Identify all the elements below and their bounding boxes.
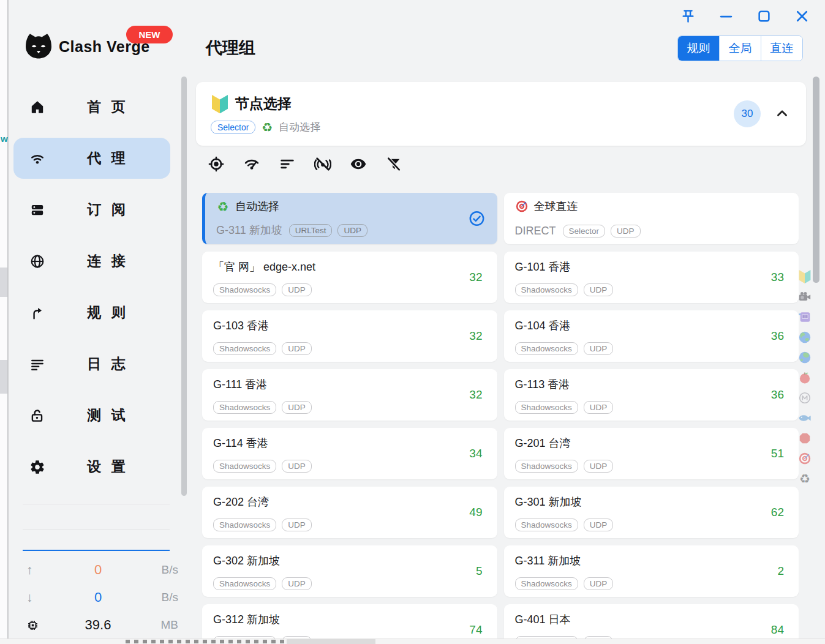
proxy-card[interactable]: G-104 香港ShadowsocksUDP36 <box>504 310 799 362</box>
logs-icon <box>29 356 45 372</box>
group-name: 节点选择 <box>235 94 292 113</box>
sidebar-item-label: 代 理 <box>45 149 170 168</box>
sidebar-item-profiles[interactable]: 订 阅 <box>13 189 170 230</box>
proxy-type-badge: Selector <box>563 225 606 238</box>
proxy-name: G-114 香港 <box>213 436 268 451</box>
sidebar-item-rules[interactable]: 规 则 <box>13 292 170 333</box>
proxy-type-badge: UDP <box>282 342 312 355</box>
visibility-button[interactable] <box>350 155 367 173</box>
window-controls <box>679 7 811 25</box>
mode-tab-rule[interactable]: 规则 <box>678 36 719 61</box>
proxy-name-row: G-301 新加坡 <box>515 495 582 509</box>
proxy-name-row: G-202 台湾 <box>213 495 269 509</box>
tethering-off-button[interactable] <box>314 155 331 173</box>
pin-button[interactable] <box>679 7 697 25</box>
proxy-card[interactable]: G-302 新加坡ShadowsocksUDP5 <box>202 545 497 597</box>
collapse-group-button[interactable] <box>774 105 790 121</box>
proxy-name-row: G-302 新加坡 <box>213 553 280 568</box>
background-fragment <box>287 639 375 644</box>
proxy-name: G-401 日本 <box>515 612 571 627</box>
beginner-mark-icon <box>212 95 228 113</box>
proxy-name: G-311 新加坡 <box>515 553 581 568</box>
proxy-type-badge: Shadowsocks <box>515 401 578 414</box>
proxy-card[interactable]: 全球直连DIRECTSelectorUDP <box>504 193 799 244</box>
proxy-type-badge: UDP <box>337 224 367 237</box>
sidebar-scrollbar-thumb[interactable] <box>181 77 187 496</box>
sidebar-item-label: 规 则 <box>45 303 170 322</box>
proxy-card[interactable]: G-202 台湾ShadowsocksUDP49 <box>202 487 497 538</box>
sort-button[interactable] <box>279 155 296 173</box>
proxy-card[interactable]: G-201 台湾ShadowsocksUDP51 <box>504 428 799 479</box>
main-scrollbar-thumb[interactable] <box>813 77 819 283</box>
proxy-card[interactable]: G-101 香港ShadowsocksUDP33 <box>504 252 799 303</box>
quicknav-globe-a-icon[interactable] <box>798 331 812 344</box>
proxy-type-badge: UDP <box>282 460 312 473</box>
delay-test-icon <box>243 155 260 173</box>
proxy-card[interactable]: G-103 香港ShadowsocksUDP32 <box>202 310 497 362</box>
proxy-name-row: ♻自动选择 <box>216 199 279 214</box>
proxy-meta-row: ShadowsocksUDP <box>515 342 614 355</box>
proxy-group-header[interactable]: 节点选择 Selector ♻ 自动选择 30 <box>196 82 806 146</box>
proxy-meta-row: ShadowsocksUDP <box>213 519 312 531</box>
proxy-card[interactable]: G-114 香港ShadowsocksUDP34 <box>202 428 497 479</box>
sidebar-item-proxies[interactable]: 代 理 <box>13 138 170 179</box>
proxy-name: G-202 台湾 <box>213 495 269 509</box>
quicknav-target-icon[interactable] <box>798 452 812 465</box>
proxy-type-badge: UDP <box>584 519 614 531</box>
quicknav-recycle-icon[interactable]: ♻ <box>798 472 812 485</box>
mode-tab-direct[interactable]: 直连 <box>761 36 802 61</box>
sidebar-item-settings[interactable]: 设 置 <box>13 446 170 487</box>
sidebar: Clash Verge NEW 首 页代 理订 阅连 接规 则日 志测 试设 置… <box>8 0 187 644</box>
quicknav-stop-icon[interactable] <box>798 432 812 445</box>
proxy-latency: 34 <box>461 447 483 460</box>
proxy-card[interactable]: ♻自动选择G-311 新加坡URLTestUDP <box>202 193 497 244</box>
close-icon <box>793 7 811 25</box>
locate-button[interactable] <box>208 155 225 173</box>
proxy-latency: 84 <box>762 623 784 637</box>
chevron-up-icon <box>774 114 790 123</box>
proxy-name: G-103 香港 <box>213 318 269 333</box>
delay-test-button[interactable] <box>243 155 260 173</box>
proxy-meta-row: G-311 新加坡URLTestUDP <box>216 223 367 238</box>
quicknav-camera-icon[interactable] <box>798 290 812 304</box>
proxy-meta-row: DIRECTSelectorUDP <box>515 225 641 238</box>
proxy-card[interactable]: G-311 新加坡ShadowsocksUDP2 <box>504 545 799 597</box>
quicknav-apple-icon[interactable] <box>798 371 812 384</box>
minimize-button[interactable] <box>717 7 735 25</box>
sidebar-item-home[interactable]: 首 页 <box>13 86 170 127</box>
quicknav-slot-icon[interactable] <box>798 310 812 324</box>
proxy-meta-row: ShadowsocksUDP <box>515 519 614 531</box>
sidebar-item-label: 首 页 <box>45 97 170 116</box>
quicknav-m-circle-icon[interactable] <box>798 391 812 405</box>
maximize-button[interactable] <box>755 7 773 25</box>
quicknav-globe-b-icon[interactable] <box>798 351 812 364</box>
filter-off-button[interactable] <box>385 155 402 173</box>
proxy-latency: 2 <box>762 564 784 578</box>
sidebar-item-logs[interactable]: 日 志 <box>13 343 170 384</box>
proxy-current-node: DIRECT <box>515 225 556 238</box>
proxy-latency: 36 <box>762 388 784 402</box>
quicknav-fish-icon[interactable] <box>798 411 812 425</box>
proxy-type-badge: UDP <box>282 401 312 414</box>
proxy-toolbar <box>208 155 402 173</box>
proxy-card[interactable]: G-111 香港ShadowsocksUDP32 <box>202 369 497 421</box>
mode-tab-global[interactable]: 全局 <box>719 36 761 61</box>
group-type-badge: Selector <box>211 121 255 134</box>
proxy-card[interactable]: 「官 网」 edge-x.netShadowsocksUDP32 <box>202 252 497 303</box>
memory-value: 39.6 <box>47 617 149 633</box>
proxy-card[interactable]: G-301 新加坡ShadowsocksUDP62 <box>504 487 799 538</box>
background-text-fragment <box>126 640 286 643</box>
proxy-meta-row: ShadowsocksUDP <box>515 401 614 414</box>
group-quick-nav: ♻ <box>798 270 813 485</box>
sidebar-item-connections[interactable]: 连 接 <box>13 241 170 282</box>
proxy-name-row: G-104 香港 <box>515 318 571 333</box>
quicknav-beginner-icon[interactable] <box>798 270 812 283</box>
close-button[interactable] <box>793 7 811 25</box>
proxy-grid: ♻自动选择G-311 新加坡URLTestUDP全球直连DIRECTSelect… <box>202 193 799 644</box>
pin-icon <box>679 7 697 25</box>
sidebar-item-test[interactable]: 测 试 <box>13 395 170 436</box>
background-window-bottom-edge <box>0 638 825 644</box>
proxy-name-row: G-312 新加坡 <box>213 612 280 627</box>
proxy-type-badge: Shadowsocks <box>213 283 276 296</box>
proxy-card[interactable]: G-113 香港ShadowsocksUDP36 <box>504 369 799 421</box>
